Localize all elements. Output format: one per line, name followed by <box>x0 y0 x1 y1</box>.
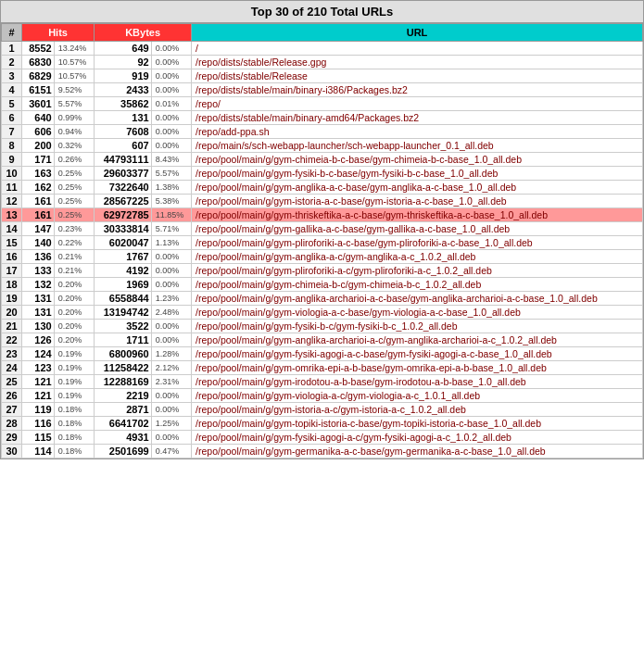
url-cell[interactable]: /repo/dists/stable/main/binary-amd64/Pac… <box>192 111 643 125</box>
url-cell[interactable]: /repo/pool/main/g/gym-istoria-a-c/gym-is… <box>192 403 643 417</box>
url-cell[interactable]: /repo/pool/main/g/gym-fysiki-b-c/gym-fys… <box>192 320 643 333</box>
url-cell[interactable]: /repo/pool/main/g/gym-germanika-a-c-base… <box>192 445 643 458</box>
url-cell[interactable]: /repo/pool/main/g/gym-irodotou-a-b-base/… <box>192 375 643 389</box>
url-link[interactable]: /repo/dists/stable/main/binary-amd64/Pac… <box>196 112 419 123</box>
url-cell[interactable]: /repo/pool/main/g/gym-fysiki-b-c-base/gy… <box>192 167 643 181</box>
url-cell[interactable]: /repo/pool/main/g/gym-pliroforiki-a-c/gy… <box>192 264 643 278</box>
hits-value: 130 <box>22 320 55 333</box>
url-cell[interactable]: /repo/pool/main/g/gym-anglika-archarioi-… <box>192 333 643 347</box>
url-cell[interactable]: /repo/dists/stable/main/binary-i386/Pack… <box>192 83 643 97</box>
url-link[interactable]: /repo/main/s/sch-webapp-launcher/sch-web… <box>196 140 494 151</box>
url-cell[interactable]: /repo/ <box>192 97 643 111</box>
hits-value: 161 <box>22 208 55 222</box>
url-cell[interactable]: /repo/pool/main/g/gym-viologia-a-c/gym-v… <box>192 389 643 403</box>
url-cell[interactable]: /repo/dists/stable/Release.gpg <box>192 56 643 69</box>
row-number: 21 <box>2 320 22 333</box>
url-link[interactable]: /repo/pool/main/g/gym-viologia-a-c/gym-v… <box>196 390 480 401</box>
url-link[interactable]: /repo/pool/main/g/gym-fysiki-b-c-base/gy… <box>196 168 498 179</box>
hits-percent: 0.18% <box>54 445 94 458</box>
hits-percent: 0.21% <box>54 250 94 264</box>
url-link[interactable]: /repo/dists/stable/Release.gpg <box>196 57 326 68</box>
kb-percent: 0.47% <box>151 445 191 458</box>
url-link[interactable]: /repo/pool/main/g/gym-istoria-a-c/gym-is… <box>196 404 466 415</box>
url-cell[interactable]: /repo/pool/main/g/gym-thriskeftika-a-c-b… <box>192 208 643 222</box>
url-link[interactable]: /repo/pool/main/g/gym-anglika-a-c-base/g… <box>196 182 516 193</box>
url-link[interactable]: /repo/pool/main/g/gym-fysiki-agogi-a-c/g… <box>196 432 511 443</box>
url-cell[interactable]: /repo/pool/main/g/gym-fysiki-agogi-a-c-b… <box>192 347 643 361</box>
url-link[interactable]: /repo/pool/main/g/gym-irodotou-a-b-base/… <box>196 376 526 387</box>
hits-value: 131 <box>22 306 55 320</box>
url-link[interactable]: /repo/pool/main/g/gym-viologia-a-c-base/… <box>196 307 521 318</box>
hits-percent: 0.25% <box>54 208 94 222</box>
row-number: 17 <box>2 264 22 278</box>
url-link[interactable]: /repo/pool/main/g/gym-istoria-a-c-base/g… <box>196 195 507 207</box>
url-cell[interactable]: /repo/pool/main/g/gym-anglika-archarioi-… <box>192 292 643 306</box>
url-cell[interactable]: /repo/pool/main/g/gym-fysiki-agogi-a-c/g… <box>192 431 643 445</box>
hits-percent: 0.25% <box>54 167 94 181</box>
table-row: 211300.20%35220.00%/repo/pool/main/g/gym… <box>2 320 643 333</box>
url-link[interactable]: /repo/add-ppa.sh <box>196 126 269 137</box>
hits-value: 140 <box>22 236 55 250</box>
url-cell[interactable]: / <box>192 42 643 56</box>
kb-percent: 1.25% <box>151 417 191 431</box>
row-number: 3 <box>2 69 22 83</box>
url-cell[interactable]: /repo/add-ppa.sh <box>192 125 643 139</box>
hits-value: 200 <box>22 139 55 153</box>
hits-value: 640 <box>22 111 55 125</box>
url-link[interactable]: /repo/dists/stable/Release <box>196 70 308 82</box>
hits-value: 6829 <box>22 69 55 83</box>
url-link[interactable]: /repo/pool/main/g/gym-anglika-archarioi-… <box>196 293 598 304</box>
url-cell[interactable]: /repo/pool/main/g/gym-omrika-epi-a-b-bas… <box>192 361 643 375</box>
url-link[interactable]: /repo/pool/main/g/gym-topiki-istoria-c-b… <box>196 418 541 429</box>
hits-value: 136 <box>22 250 55 264</box>
url-link[interactable]: / <box>196 43 198 54</box>
url-cell[interactable]: /repo/pool/main/g/gym-anglika-a-c/gym-an… <box>192 250 643 264</box>
row-number: 5 <box>2 97 22 111</box>
hits-percent: 0.18% <box>54 417 94 431</box>
url-cell[interactable]: /repo/pool/main/g/gym-anglika-a-c-base/g… <box>192 181 643 195</box>
url-link[interactable]: /repo/pool/main/g/gym-anglika-archarioi-… <box>196 334 557 345</box>
url-link[interactable]: /repo/pool/main/g/gym-anglika-a-c/gym-an… <box>196 251 475 262</box>
url-cell[interactable]: /repo/pool/main/g/gym-viologia-a-c-base/… <box>192 306 643 320</box>
url-cell[interactable]: /repo/main/s/sch-webapp-launcher/sch-web… <box>192 139 643 153</box>
url-link[interactable]: /repo/dists/stable/main/binary-i386/Pack… <box>196 84 408 95</box>
hits-percent: 0.20% <box>54 306 94 320</box>
kb-percent: 0.00% <box>151 431 191 445</box>
kb-value: 28567225 <box>95 195 152 208</box>
url-cell[interactable]: /repo/pool/main/g/gym-istoria-a-c-base/g… <box>192 195 643 208</box>
kb-percent: 1.23% <box>151 292 191 306</box>
table-row: 111620.25%73226401.38%/repo/pool/main/g/… <box>2 181 643 195</box>
table-row: 251210.19%122881692.31%/repo/pool/main/g… <box>2 375 643 389</box>
url-link[interactable]: /repo/ <box>196 98 221 109</box>
url-link[interactable]: /repo/pool/main/g/gym-chimeia-b-c/gym-ch… <box>196 279 481 290</box>
table-row: 241230.19%112584222.12%/repo/pool/main/g… <box>2 361 643 375</box>
url-cell[interactable]: /repo/pool/main/g/gym-topiki-istoria-c-b… <box>192 417 643 431</box>
url-link[interactable]: /repo/pool/main/g/gym-pliroforiki-a-c/gy… <box>196 265 492 276</box>
urls-table: # Hits KBytes URL 1855213.24%6490.00%/26… <box>1 23 643 458</box>
url-cell[interactable]: /repo/pool/main/g/gym-chimeia-b-c/gym-ch… <box>192 278 643 292</box>
url-link[interactable]: /repo/pool/main/g/gym-germanika-a-c-base… <box>196 446 546 457</box>
url-link[interactable]: /repo/pool/main/g/gym-omrika-epi-a-b-bas… <box>196 362 547 373</box>
url-cell[interactable]: /repo/pool/main/g/gym-gallika-a-c-base/g… <box>192 222 643 236</box>
table-row: 191310.20%65588441.23%/repo/pool/main/g/… <box>2 292 643 306</box>
url-link[interactable]: /repo/pool/main/g/gym-fysiki-agogi-a-c-b… <box>196 348 552 359</box>
url-cell[interactable]: /repo/dists/stable/Release <box>192 69 643 83</box>
url-link[interactable]: /repo/pool/main/g/gym-gallika-a-c-base/g… <box>196 223 510 234</box>
url-link[interactable]: /repo/pool/main/g/gym-fysiki-b-c/gym-fys… <box>196 320 457 332</box>
url-link[interactable]: /repo/pool/main/g/gym-thriskeftika-a-c-b… <box>196 209 548 220</box>
kb-percent: 0.00% <box>151 125 191 139</box>
hits-percent: 0.20% <box>54 320 94 333</box>
table-row: 1855213.24%6490.00%/ <box>2 42 643 56</box>
hits-value: 3601 <box>22 97 55 111</box>
url-link[interactable]: /repo/pool/main/g/gym-pliroforiki-a-c-ba… <box>196 237 533 248</box>
url-cell[interactable]: /repo/pool/main/g/gym-pliroforiki-a-c-ba… <box>192 236 643 250</box>
kb-percent: 5.38% <box>151 195 191 208</box>
table-row: 131610.25%6297278511.85%/repo/pool/main/… <box>2 208 643 222</box>
url-cell[interactable]: /repo/pool/main/g/gym-chimeia-b-c-base/g… <box>192 153 643 167</box>
row-number: 10 <box>2 167 22 181</box>
kb-value: 6020047 <box>95 236 152 250</box>
url-link[interactable]: /repo/pool/main/g/gym-chimeia-b-c-base/g… <box>196 154 522 165</box>
col-header-url: URL <box>192 24 643 42</box>
kb-value: 30333814 <box>95 222 152 236</box>
kb-percent: 0.00% <box>151 83 191 97</box>
